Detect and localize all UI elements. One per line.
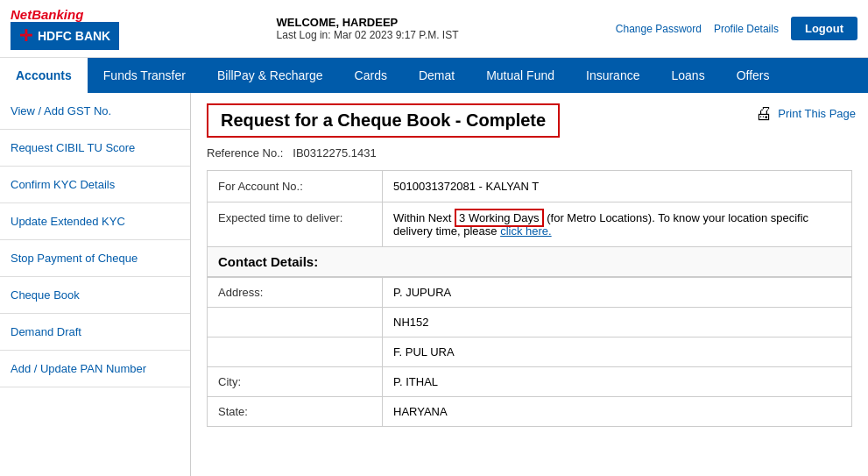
sidebar-item-gst[interactable]: View / Add GST No. [0, 93, 190, 130]
state-value: HARYANA [383, 397, 852, 427]
address-value-1: P. JUPURA [383, 278, 852, 308]
account-row: For Account No.: 5010031372081 - KALYAN … [208, 171, 852, 202]
click-here-link[interactable]: click here. [500, 224, 552, 238]
welcome-text: WELCOME, HARDEEP [277, 16, 459, 29]
account-value: 5010031372081 - KALYAN T [383, 171, 852, 202]
nav-cards[interactable]: Cards [339, 58, 403, 93]
net-text: Net [11, 7, 32, 22]
netbanking-logo: NetBanking [11, 7, 83, 22]
address-label-empty2 [208, 337, 383, 367]
nav-mutual-fund[interactable]: Mutual Fund [470, 58, 570, 93]
address-label-empty [208, 308, 383, 337]
nav-funds-transfer[interactable]: Funds Transfer [88, 58, 201, 93]
main-content: 🖨 Print This Page Request for a Cheque B… [191, 93, 868, 476]
print-area: 🖨 Print This Page [755, 103, 856, 124]
city-label: City: [208, 367, 383, 397]
city-row: City: P. ITHAL [208, 367, 852, 397]
state-label: State: [208, 397, 383, 427]
delivery-label: Expected time to deliver: [208, 202, 383, 247]
contact-table: Address: P. JUPURA NH152 F. PUL URA City… [207, 277, 852, 427]
printer-icon: 🖨 [755, 103, 773, 124]
sidebar-item-kyc-update[interactable]: Update Extended KYC [0, 203, 190, 240]
nav-offers[interactable]: Offers [721, 58, 786, 93]
address-value-3: F. PUL URA [383, 337, 852, 367]
banking-text: Banking [32, 7, 83, 22]
delivery-prefix: Within Next [393, 211, 455, 224]
city-value: P. ITHAL [383, 367, 852, 397]
sidebar-item-pan[interactable]: Add / Update PAN Number [0, 351, 190, 387]
nav-accounts[interactable]: Accounts [0, 58, 88, 93]
info-table: For Account No.: 5010031372081 - KALYAN … [207, 170, 852, 247]
change-password-link[interactable]: Change Password [616, 23, 702, 35]
address-value-2: NH152 [383, 308, 852, 337]
bank-logo: ✛ HDFC BANK [11, 22, 119, 50]
cross-icon: ✛ [19, 26, 32, 46]
contact-header: Contact Details: [207, 247, 852, 277]
logo-area: NetBanking ✛ HDFC BANK [11, 7, 119, 50]
state-row: State: HARYANA [208, 397, 852, 427]
layout: View / Add GST No. Request CIBIL TU Scor… [0, 93, 868, 476]
page-title: Request for a Cheque Book - Complete [207, 103, 560, 138]
main-nav: Accounts Funds Transfer BillPay & Rechar… [0, 58, 868, 93]
nav-demat[interactable]: Demat [403, 58, 470, 93]
profile-details-link[interactable]: Profile Details [714, 23, 779, 35]
sidebar-item-cibil[interactable]: Request CIBIL TU Score [0, 130, 190, 167]
sidebar-item-cheque-book[interactable]: Cheque Book [0, 277, 190, 314]
nav-loans[interactable]: Loans [655, 58, 720, 93]
welcome-area: WELCOME, HARDEEP Last Log in: Mar 02 202… [277, 16, 459, 41]
last-login-text: Last Log in: Mar 02 2023 9:17 P.M. IST [277, 29, 459, 41]
bank-name: HDFC BANK [38, 29, 110, 43]
sidebar: View / Add GST No. Request CIBIL TU Scor… [0, 93, 191, 476]
sidebar-item-stop-payment[interactable]: Stop Payment of Cheque [0, 240, 190, 277]
account-label: For Account No.: [208, 171, 383, 202]
address-row-1: Address: P. JUPURA [208, 278, 852, 308]
reference-value: IB0312275.1431 [293, 146, 376, 160]
address-row-2: NH152 [208, 308, 852, 337]
logout-button[interactable]: Logout [791, 17, 857, 40]
header-right: Change Password Profile Details Logout [616, 17, 857, 40]
header: NetBanking ✛ HDFC BANK WELCOME, HARDEEP … [0, 0, 868, 58]
address-label: Address: [208, 278, 383, 308]
reference-line: Reference No.: IB0312275.1431 [207, 146, 852, 160]
sidebar-item-kyc-confirm[interactable]: Confirm KYC Details [0, 167, 190, 203]
nav-insurance[interactable]: Insurance [570, 58, 655, 93]
print-button[interactable]: Print This Page [778, 107, 856, 120]
reference-label: Reference No.: [207, 146, 283, 160]
sidebar-item-demand-draft[interactable]: Demand Draft [0, 314, 190, 351]
nav-billpay[interactable]: BillPay & Recharge [201, 58, 339, 93]
delivery-row: Expected time to deliver: Within Next 3 … [208, 202, 852, 247]
delivery-value: Within Next 3 Working Days (for Metro Lo… [383, 202, 852, 247]
address-row-3: F. PUL URA [208, 337, 852, 367]
